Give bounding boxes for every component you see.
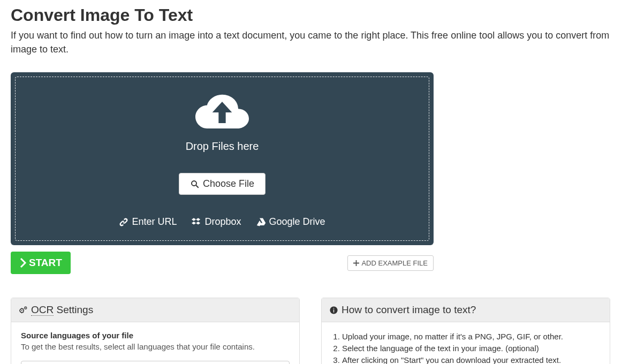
choose-file-label: Choose File [203,178,254,189]
cloud-upload-icon [193,91,252,134]
svg-point-3 [21,310,22,311]
ocr-settings-panel: OCR Settings Source languages of your fi… [11,298,300,364]
google-drive-link[interactable]: Google Drive [256,216,325,228]
svg-rect-8 [333,308,334,308]
start-button[interactable]: START [11,252,71,274]
dropbox-link[interactable]: Dropbox [192,216,241,228]
source-lang-help: To get the best results, select all lang… [21,342,290,351]
start-label: START [29,257,62,269]
upload-panel: Drop Files here Choose File Enter URL Dr… [11,72,434,245]
enter-url-link[interactable]: Enter URL [119,216,177,228]
dropbox-label: Dropbox [204,216,241,228]
svg-point-0 [192,181,196,186]
ocr-title-suffix: Settings [54,304,93,315]
source-lang-label: Source languages of your file [21,331,290,340]
dropzone[interactable]: Drop Files here Choose File Enter URL Dr… [15,77,429,241]
ocr-settings-header: OCR Settings [11,298,299,322]
info-icon [329,306,338,315]
howto-step: Select the language of the text in your … [342,343,600,354]
svg-point-5 [25,307,26,308]
svg-rect-7 [333,309,334,313]
svg-line-1 [196,185,199,188]
choose-file-button[interactable]: Choose File [179,173,266,195]
ocr-title-prefix: OCR [31,304,54,316]
google-drive-icon [256,217,266,227]
plus-icon [353,260,359,266]
dropbox-icon [192,217,201,227]
howto-steps: Upload your image, no matter if it's a P… [331,331,600,364]
add-example-button[interactable]: ADD EXAMPLE FILE [347,255,434,271]
howto-step: Upload your image, no matter if it's a P… [342,331,600,343]
chevron-right-icon [19,258,27,268]
gears-icon [19,306,28,315]
add-example-label: ADD EXAMPLE FILE [361,259,428,267]
howto-title: How to convert image to text? [342,304,476,316]
page-intro: If you want to find out how to turn an i… [11,28,611,56]
google-drive-label: Google Drive [269,216,325,228]
enter-url-label: Enter URL [132,216,177,228]
howto-panel: How to convert image to text? Upload you… [321,298,610,364]
page-title: Convert Image To Text [11,5,611,25]
language-select[interactable]: English × ▼ [21,361,290,364]
search-icon [190,179,200,189]
drop-files-text: Drop Files here [21,140,423,153]
howto-step: After clicking on "Start" you can downlo… [342,354,600,364]
link-icon [119,217,128,227]
howto-header: How to convert image to text? [322,298,610,322]
